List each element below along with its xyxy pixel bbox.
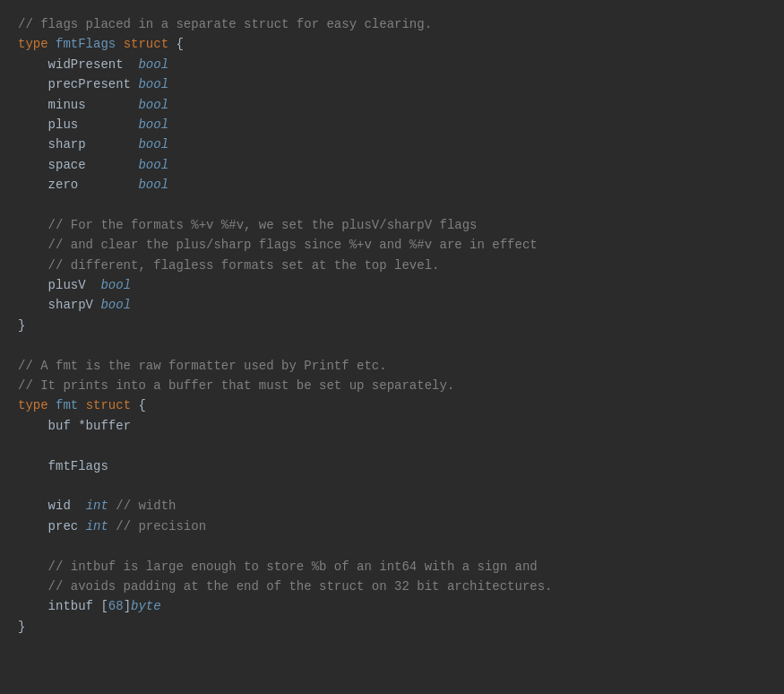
code-token: buf	[18, 419, 78, 433]
code-line: // flags placed in a separate struct for…	[18, 14, 766, 34]
code-token: bool	[138, 77, 168, 91]
code-token: // and clear the plus/sharp flags since …	[18, 238, 538, 252]
code-token: bool	[138, 57, 168, 72]
code-token: bool	[100, 278, 131, 292]
code-token: // avoids padding at the end of the stru…	[18, 579, 553, 594]
code-line	[18, 436, 766, 455]
code-line: plus bool	[18, 115, 766, 134]
code-token: fmtFlags	[56, 37, 116, 51]
code-token: // intbuf is large enough to store %b of…	[18, 560, 538, 574]
code-token: bool	[100, 298, 131, 312]
code-token: 68	[108, 599, 124, 613]
code-line: prec int // precision	[18, 516, 766, 536]
code-line: space bool	[18, 155, 766, 175]
code-token: precPresent	[18, 77, 138, 91]
code-token: type	[18, 398, 56, 412]
code-line: // A fmt is the raw formatter used by Pr…	[18, 356, 766, 376]
code-line: }	[18, 617, 766, 637]
code-token: {	[131, 398, 146, 412]
code-token: bool	[138, 137, 168, 152]
code-token: }	[18, 318, 25, 333]
code-token: wid	[18, 499, 86, 513]
code-line: fmtFlags	[18, 456, 766, 476]
code-token: *buffer	[78, 419, 131, 433]
code-line: minus bool	[18, 95, 766, 115]
code-line: precPresent bool	[18, 74, 766, 94]
code-line: intbuf [68]byte	[18, 596, 766, 616]
code-line: // It prints into a buffer that must be …	[18, 376, 766, 395]
code-line: widPresent bool	[18, 55, 766, 74]
code-line: type fmtFlags struct {	[18, 34, 766, 54]
code-token: // flags placed in a separate struct for…	[18, 17, 432, 31]
code-line: sharp bool	[18, 134, 766, 154]
code-token: prec	[18, 519, 86, 534]
code-token: int	[86, 519, 108, 534]
code-line: // For the formats %+v %#v, we set the p…	[18, 215, 766, 235]
code-token	[78, 398, 85, 412]
code-token: struct	[86, 398, 131, 412]
code-line: plusV bool	[18, 275, 766, 295]
code-token: bool	[138, 158, 168, 172]
code-token: zero	[18, 178, 138, 192]
code-token: bool	[138, 98, 168, 112]
code-token: minus	[18, 98, 138, 112]
code-token: }	[18, 620, 25, 634]
code-token	[116, 37, 123, 51]
code-line	[18, 335, 766, 355]
code-line: // intbuf is large enough to store %b of…	[18, 557, 766, 577]
code-line: // different, flagless formats set at th…	[18, 256, 766, 275]
code-line: }	[18, 316, 766, 335]
code-token: fmt	[56, 398, 78, 412]
code-line	[18, 195, 766, 215]
code-token: space	[18, 158, 138, 172]
code-token: // For the formats %+v %#v, we set the p…	[18, 218, 477, 232]
code-token: byte	[131, 599, 161, 613]
code-token: sharp	[18, 137, 138, 152]
code-token: // precision	[108, 519, 206, 534]
code-editor: // flags placed in a separate struct for…	[18, 14, 766, 637]
code-token: [	[100, 599, 108, 613]
code-line: // avoids padding at the end of the stru…	[18, 577, 766, 596]
code-line: sharpV bool	[18, 295, 766, 315]
code-token: int	[86, 499, 108, 513]
code-token: intbuf	[18, 599, 100, 613]
code-token: // It prints into a buffer that must be …	[18, 378, 454, 393]
code-line	[18, 536, 766, 556]
code-line: type fmt struct {	[18, 395, 766, 415]
code-token: plus	[18, 117, 138, 132]
code-token: plusV	[18, 278, 100, 292]
code-token: widPresent	[18, 57, 138, 72]
code-line: wid int // width	[18, 496, 766, 516]
code-token: bool	[138, 178, 168, 192]
code-token: type	[18, 37, 56, 51]
code-token: // A fmt is the raw formatter used by Pr…	[18, 359, 387, 373]
code-line	[18, 476, 766, 496]
code-token: struct	[124, 37, 168, 51]
code-token: bool	[138, 117, 168, 132]
code-token: // width	[108, 499, 177, 513]
code-token: {	[168, 37, 184, 51]
code-token: ]	[124, 599, 131, 613]
code-token: // different, flagless formats set at th…	[18, 258, 439, 273]
code-token: fmtFlags	[18, 459, 108, 473]
code-token: sharpV	[18, 298, 100, 312]
code-line: buf *buffer	[18, 416, 766, 436]
code-line: // and clear the plus/sharp flags since …	[18, 235, 766, 255]
code-line: zero bool	[18, 175, 766, 195]
